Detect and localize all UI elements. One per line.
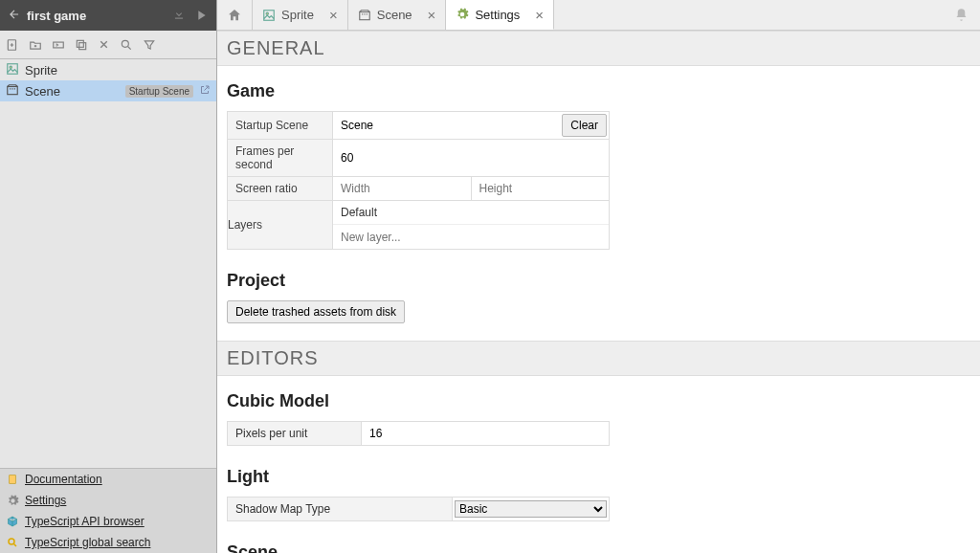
tab-sprite[interactable]: Sprite × — [253, 0, 348, 30]
close-icon[interactable]: × — [428, 7, 436, 23]
svg-point-11 — [266, 12, 268, 14]
settings-content: GENERAL Game Startup Scene Clear — [217, 31, 980, 553]
startup-scene-badge: Startup Scene — [125, 85, 193, 98]
tab-home[interactable] — [217, 0, 253, 30]
home-icon — [227, 8, 242, 23]
delete-trashed-button[interactable]: Delete trashed assets from disk — [227, 300, 405, 323]
svg-point-9 — [9, 539, 14, 544]
tabbar: Sprite × Scene × Settings × — [217, 0, 980, 31]
subheading-project: Project — [227, 271, 970, 291]
filter-icon[interactable] — [143, 38, 156, 52]
tab-scene[interactable]: Scene × — [348, 0, 447, 30]
subheading-game: Game — [227, 81, 970, 101]
footer-label: TypeScript global search — [25, 536, 150, 549]
subheading-light: Light — [227, 467, 970, 487]
download-icon[interactable] — [172, 8, 186, 24]
new-layer-input[interactable] — [341, 229, 601, 246]
subheading-scene: Scene — [227, 542, 970, 553]
rename-icon[interactable] — [52, 38, 65, 52]
ppu-label: Pixels per unit — [228, 422, 362, 446]
project-title: first game — [27, 9, 165, 23]
cube-icon — [6, 516, 19, 527]
duplicate-icon[interactable] — [75, 38, 88, 52]
screen-ratio-label: Screen ratio — [228, 177, 333, 201]
ratio-width-input[interactable] — [333, 177, 472, 200]
footer-ts-search[interactable]: TypeScript global search — [0, 532, 216, 553]
footer-ts-api[interactable]: TypeScript API browser — [0, 511, 216, 532]
scene-icon — [358, 9, 371, 22]
open-external-icon[interactable] — [199, 84, 211, 99]
svg-point-4 — [122, 40, 128, 47]
fps-label: Frames per second — [228, 140, 333, 177]
search-icon[interactable] — [120, 38, 133, 52]
tab-label: Settings — [475, 8, 520, 22]
gear-icon — [456, 8, 469, 21]
tab-settings[interactable]: Settings × — [446, 0, 554, 30]
sprite-icon — [262, 9, 276, 22]
close-icon[interactable]: × — [329, 7, 338, 23]
svg-rect-10 — [264, 10, 275, 20]
svg-rect-8 — [10, 476, 16, 484]
layers-label: Layers — [228, 201, 333, 250]
game-settings-table: Startup Scene Clear Frames per second — [227, 111, 610, 250]
delete-icon[interactable] — [98, 38, 110, 51]
asset-list: Sprite Scene Startup Scene — [0, 59, 216, 468]
tab-label: Scene — [377, 8, 412, 22]
fps-input[interactable] — [341, 149, 601, 166]
asset-label: Scene — [25, 84, 120, 99]
svg-rect-12 — [359, 11, 369, 19]
section-header-editors: EDITORS — [217, 341, 980, 376]
asset-label: Sprite — [25, 63, 211, 77]
section-header-general: GENERAL — [217, 31, 980, 66]
footer-settings[interactable]: Settings — [0, 490, 216, 511]
sidebar-toolbar — [0, 31, 216, 59]
footer-label: Settings — [25, 494, 66, 507]
ratio-height-input[interactable] — [472, 177, 610, 200]
ppu-input[interactable] — [369, 427, 601, 440]
shadow-map-label: Shadow Map Type — [228, 498, 453, 521]
main-panel: Sprite × Scene × Settings × GENERAL Game — [217, 0, 980, 553]
clear-button[interactable]: Clear — [562, 114, 607, 137]
footer-label: TypeScript API browser — [25, 515, 145, 528]
sidebar-footer: Documentation Settings TypeScript API br… — [0, 468, 216, 553]
svg-rect-7 — [8, 86, 18, 94]
sprite-icon — [6, 62, 19, 78]
svg-point-6 — [10, 66, 11, 68]
play-icon[interactable] — [193, 8, 209, 23]
search-yellow-icon — [6, 537, 19, 548]
asset-row-scene[interactable]: Scene Startup Scene — [0, 80, 216, 101]
notifications-icon[interactable] — [954, 8, 969, 25]
tab-label: Sprite — [281, 8, 314, 22]
asset-row-sprite[interactable]: Sprite — [0, 59, 216, 80]
new-file-icon[interactable] — [6, 38, 19, 52]
doc-icon — [6, 474, 19, 485]
sidebar-header: first game — [0, 0, 216, 31]
back-arrow-icon[interactable] — [8, 8, 21, 24]
new-folder-icon[interactable] — [29, 38, 42, 52]
close-icon[interactable]: × — [535, 7, 544, 23]
svg-rect-5 — [8, 63, 18, 74]
layer-default[interactable]: Default — [333, 201, 609, 225]
subheading-cubic: Cubic Model — [227, 391, 970, 411]
sidebar: first game Sprite Scene — [0, 0, 217, 553]
footer-label: Documentation — [25, 473, 102, 486]
startup-scene-label: Startup Scene — [228, 112, 333, 140]
light-settings-table: Shadow Map Type Basic — [227, 497, 610, 521]
gear-icon — [6, 495, 19, 507]
scene-icon — [6, 83, 19, 100]
svg-rect-2 — [77, 40, 83, 47]
shadow-map-select[interactable]: Basic — [455, 500, 607, 518]
cubic-settings-table: Pixels per unit — [227, 421, 610, 446]
footer-documentation[interactable]: Documentation — [0, 469, 216, 490]
startup-scene-input[interactable] — [333, 112, 560, 139]
svg-rect-3 — [79, 42, 86, 49]
